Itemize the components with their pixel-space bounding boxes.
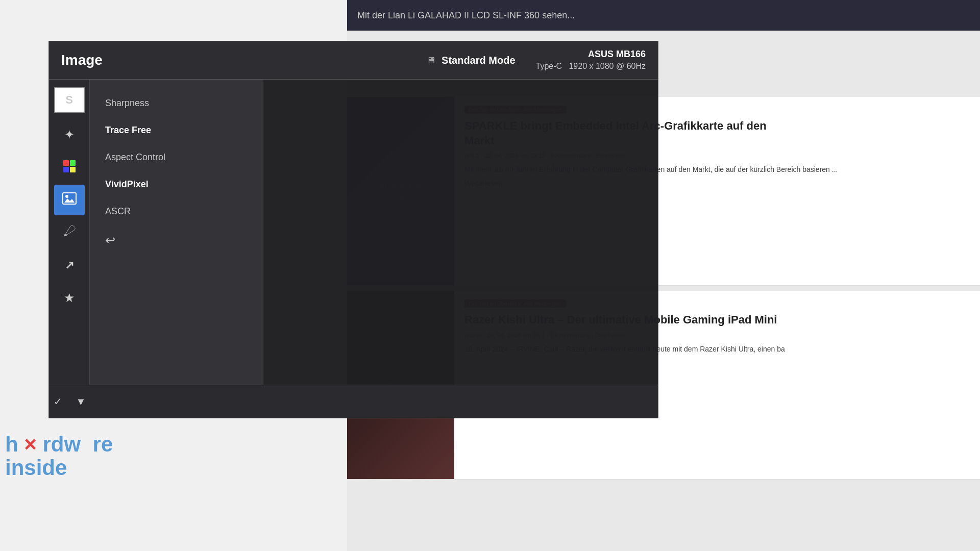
osd-footer: ✓ ▼ bbox=[49, 385, 658, 418]
star-icon: ★ bbox=[64, 291, 75, 305]
osd-resolution: 980 x 551 @ 60Hz bbox=[569, 62, 646, 70]
image-icon bbox=[62, 192, 77, 208]
color-icon bbox=[62, 159, 77, 176]
back-icon: ↩ bbox=[105, 233, 115, 247]
menu-item-vividpixel[interactable]: VividPixel bbox=[90, 171, 263, 198]
osd-title: Image bbox=[61, 52, 426, 68]
shortcut-icon: ↗ bbox=[65, 259, 74, 272]
s-badge-button[interactable]: S bbox=[54, 87, 85, 113]
sidebar-icon-favorites[interactable]: ★ bbox=[54, 283, 85, 313]
svg-point-5 bbox=[65, 195, 68, 198]
checkmark-icon: ✓ bbox=[54, 395, 62, 408]
osd-menu: Sharpness Trace Free Aspect Control Vivi… bbox=[90, 80, 263, 385]
svg-rect-0 bbox=[63, 160, 69, 166]
osd-mode: Standard Mode bbox=[442, 55, 515, 66]
sidebar-icon-image[interactable] bbox=[54, 185, 85, 215]
chevron-down-icon: ▼ bbox=[76, 396, 86, 408]
sidebar-icon-brightness[interactable]: ✦ bbox=[54, 119, 85, 150]
wrench-icon bbox=[63, 224, 76, 241]
logo-top-line: h × rdw re bbox=[5, 433, 113, 456]
sidebar-icon-s[interactable]: S bbox=[54, 85, 85, 115]
osd-model: ASUS MB166 bbox=[536, 48, 646, 61]
svg-rect-3 bbox=[70, 167, 76, 172]
osd-info: ASUS MB166 Type-C 980 x 551 @ 60Hz bbox=[536, 48, 646, 72]
osd-body: S ✦ bbox=[49, 80, 658, 385]
svg-rect-1 bbox=[70, 160, 76, 166]
svg-rect-2 bbox=[63, 167, 69, 172]
osd-connection-resolution: Type-C 980 x 551 @ 60Hz bbox=[536, 61, 646, 72]
osd-connection: Type-C bbox=[536, 62, 562, 70]
confirm-button[interactable]: ✓ bbox=[49, 391, 67, 412]
banner-title: Mit der Lian Li GALAHAD II LCD SL-INF 36… bbox=[357, 10, 575, 21]
logo-x: × bbox=[24, 432, 37, 456]
menu-item-aspect-control[interactable]: Aspect Control bbox=[90, 144, 263, 171]
menu-item-sharpness[interactable]: Sharpness bbox=[90, 90, 263, 117]
logo-bottom-line: inside bbox=[5, 456, 113, 480]
osd-overlay: Image 🖥 Standard Mode ASUS MB166 Type-C … bbox=[48, 41, 658, 418]
banner-bar: Mit der Lian Li GALAHAD II LCD SL-INF 36… bbox=[347, 0, 980, 31]
monitor-icon: 🖥 bbox=[426, 55, 435, 66]
back-button[interactable]: ↩ bbox=[90, 225, 263, 256]
sidebar-icon-shortcut[interactable]: ↗ bbox=[54, 250, 85, 281]
osd-content-area bbox=[263, 80, 658, 385]
osd-header: Image 🖥 Standard Mode ASUS MB166 Type-C … bbox=[49, 41, 658, 80]
sidebar-icon-settings[interactable] bbox=[54, 217, 85, 248]
hardware-inside-logo: h × rdw re inside bbox=[5, 433, 113, 480]
osd-nav-buttons: ✓ ▼ bbox=[49, 385, 90, 418]
down-button[interactable]: ▼ bbox=[72, 391, 90, 412]
sidebar-icon-color[interactable] bbox=[54, 152, 85, 183]
svg-point-6 bbox=[64, 234, 67, 236]
menu-item-trace-free[interactable]: Trace Free bbox=[90, 117, 263, 144]
menu-item-ascr[interactable]: ASCR bbox=[90, 198, 263, 225]
osd-footer-main bbox=[90, 385, 658, 418]
brightness-icon: ✦ bbox=[64, 128, 75, 142]
osd-sidebar: S ✦ bbox=[49, 80, 90, 385]
